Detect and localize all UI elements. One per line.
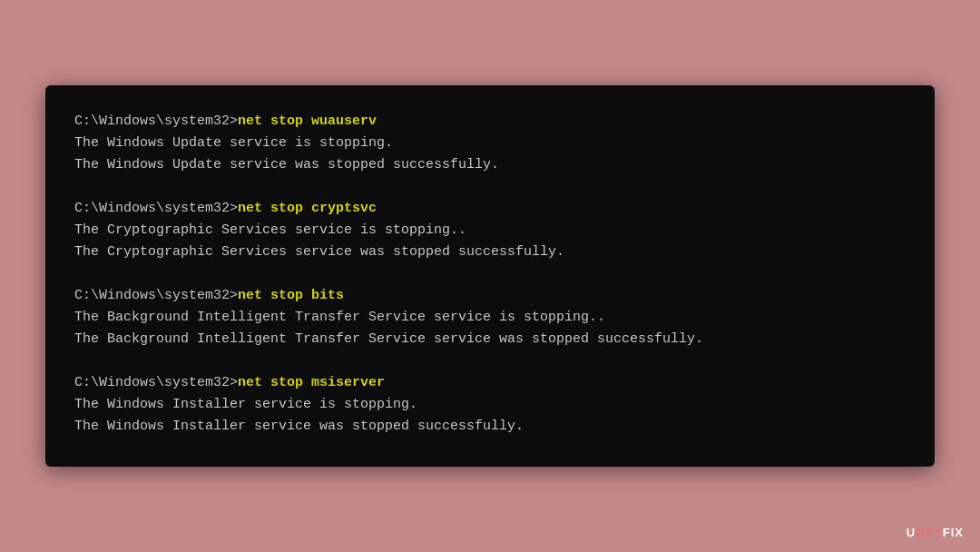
command-line-3: C:\Windows\system32>net stop bits [74, 285, 906, 307]
watermark-fix: FIX [943, 526, 964, 539]
output-2-1: The Cryptographic Services service is st… [74, 220, 906, 242]
command-text-3: net stop bits [238, 288, 344, 303]
command-line-1: C:\Windows\system32>net stop wuauserv [74, 111, 906, 133]
terminal-block-2: C:\Windows\system32>net stop cryptsvc Th… [74, 198, 906, 263]
prompt-3: C:\Windows\system32> [74, 288, 238, 303]
command-line-4: C:\Windows\system32>net stop msiserver [74, 372, 906, 394]
terminal-block-3: C:\Windows\system32>net stop bits The Ba… [74, 285, 906, 350]
output-1-2: The Windows Update service was stopped s… [74, 154, 906, 176]
output-4-2: The Windows Installer service was stoppe… [74, 416, 906, 438]
command-line-2: C:\Windows\system32>net stop cryptsvc [74, 198, 906, 220]
terminal-block-1: C:\Windows\system32>net stop wuauserv Th… [74, 111, 906, 176]
output-1-1: The Windows Update service is stopping. [74, 133, 906, 154]
output-4-1: The Windows Installer service is stoppin… [74, 394, 906, 416]
command-text-1: net stop wuauserv [238, 113, 377, 129]
output-3-2: The Background Intelligent Transfer Serv… [74, 329, 906, 350]
output-2-2: The Cryptographic Services service was s… [74, 242, 906, 263]
prompt-2: C:\Windows\system32> [74, 201, 238, 216]
watermark-u: U [906, 526, 916, 539]
output-3-1: The Background Intelligent Transfer Serv… [74, 307, 906, 329]
command-text-4: net stop msiserver [238, 375, 385, 390]
watermark: UGETFIX [906, 526, 964, 539]
prompt-1: C:\Windows\system32> [74, 113, 238, 129]
command-text-2: net stop cryptsvc [238, 201, 377, 216]
terminal-block-4: C:\Windows\system32>net stop msiserver T… [74, 372, 906, 438]
terminal-window: C:\Windows\system32>net stop wuauserv Th… [45, 85, 935, 467]
watermark-get: GET [916, 526, 943, 539]
prompt-4: C:\Windows\system32> [74, 375, 238, 390]
